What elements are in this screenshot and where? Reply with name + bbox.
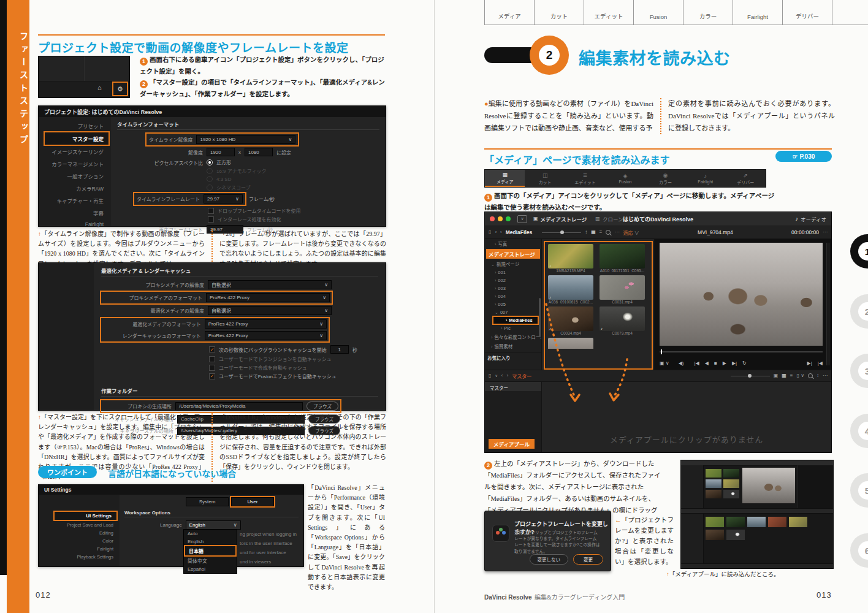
tree-item[interactable]: ›002 xyxy=(485,276,541,284)
sidebar-item[interactable]: Fairlight xyxy=(39,219,111,230)
out-point-icon[interactable]: |◀ xyxy=(818,360,823,366)
sidebar-item[interactable]: Project Save and Load xyxy=(39,521,120,529)
tree-item[interactable]: ›005 xyxy=(485,300,541,308)
menu-item-auto[interactable]: Auto xyxy=(184,530,237,538)
framerate-dropdown[interactable]: 29.97∨ xyxy=(204,194,243,204)
resolution-height-input[interactable]: 1080 xyxy=(245,148,273,156)
tree-item[interactable]: ›003 xyxy=(485,284,541,292)
tree-item[interactable]: ›協賛素材 xyxy=(485,341,541,351)
back-icon[interactable]: ‹ xyxy=(501,373,503,378)
tree-item[interactable]: ⌄007 xyxy=(485,308,541,316)
go-first-icon[interactable]: |◀ xyxy=(694,360,699,366)
pool-zoom-handle[interactable] xyxy=(748,374,752,378)
pagebar-fairlight[interactable]: ♪Fairlight xyxy=(685,170,725,187)
zoom-slider-handle[interactable] xyxy=(560,230,564,234)
optimized-format-dropdown[interactable]: ProRes 422 Proxy∨ xyxy=(205,319,327,329)
pagebar-color[interactable]: ◉カラー xyxy=(645,170,685,187)
dialog-ok-button[interactable]: 変更 xyxy=(573,554,603,565)
speaker-icon[interactable]: ◀) xyxy=(679,360,684,366)
menu-item-japanese[interactable]: 日本語 xyxy=(185,546,235,555)
dropframe-checkbox[interactable] xyxy=(208,208,214,214)
thumbnail-item[interactable]: C0031.mp4 xyxy=(600,275,647,304)
tree-item[interactable]: ›Pic xyxy=(485,324,541,332)
chevron-down-icon[interactable]: ∨ xyxy=(495,374,497,378)
zoom-slider[interactable] xyxy=(542,232,581,233)
back-icon[interactable]: ‹ xyxy=(495,230,497,235)
radio-square[interactable] xyxy=(207,159,213,166)
go-last-icon[interactable]: ▶| xyxy=(732,360,737,366)
sort-icon[interactable]: ↕ xyxy=(817,373,819,378)
tree-item[interactable]: ›004 xyxy=(485,292,541,300)
grid-view-icon[interactable]: ▦ xyxy=(782,373,786,378)
browse-button[interactable]: ブラウズ xyxy=(306,402,338,411)
viewer-options-icon[interactable]: ⋯ xyxy=(823,230,828,235)
cache-seconds-input[interactable]: 1 xyxy=(330,345,349,354)
pagebar-edit[interactable]: ≣エディット xyxy=(565,170,605,187)
rendercache-format-dropdown[interactable]: ProRes 422 Proxy∨ xyxy=(205,331,327,340)
radio-anamorphic[interactable] xyxy=(207,168,213,174)
fit-mode-dropdown[interactable]: 適応 ∨ xyxy=(623,229,639,236)
pagebar-media[interactable]: ▦メディア xyxy=(485,170,525,187)
tree-item[interactable]: ›写真 xyxy=(485,239,541,248)
forward-icon[interactable]: › xyxy=(506,373,508,378)
list-view-icon[interactable]: ≡ xyxy=(600,230,603,235)
forward-icon[interactable]: › xyxy=(500,230,502,235)
tree-item-mediafiles[interactable]: ›MediaFiles xyxy=(493,317,538,324)
in-point-icon[interactable]: ▶| xyxy=(807,360,812,366)
sidebar-item-ui-settings[interactable]: UI Settings xyxy=(55,512,116,520)
resolution-width-input[interactable]: 1920 xyxy=(207,148,235,156)
tab-user[interactable]: User xyxy=(231,497,274,506)
scrub-bar[interactable] xyxy=(660,351,823,352)
interlace-checkbox[interactable] xyxy=(208,216,214,223)
proxy-location-input[interactable]: /Users/taq/Movies/ProxyMedia xyxy=(175,402,303,411)
pagebar-deliver[interactable]: ⇗デリバー xyxy=(726,170,766,187)
sort-icon[interactable]: ↕ xyxy=(585,230,587,235)
search-icon[interactable] xyxy=(606,230,611,235)
transition-cache-checkbox[interactable] xyxy=(209,356,215,362)
background-cache-checkbox[interactable]: ✓ xyxy=(209,346,215,352)
pool-bin-label[interactable]: マスター xyxy=(512,373,531,379)
menu-item-english[interactable]: English xyxy=(184,538,237,546)
tree-item[interactable]: ⌄新規ページ xyxy=(485,259,541,268)
thumbnail-item[interactable]: ♪ C0079.mp4 xyxy=(600,306,647,335)
home-icon[interactable]: ⌂ xyxy=(97,85,102,91)
panel-toggle-icon[interactable]: ▯ xyxy=(489,373,491,378)
dialog-cancel-button[interactable]: 変更しない xyxy=(530,554,569,565)
tree-item[interactable]: ›001 xyxy=(485,268,541,276)
language-dropdown[interactable]: English∨ xyxy=(186,520,241,530)
play-icon[interactable]: ▶ xyxy=(723,360,726,366)
sidebar-item[interactable]: プリセット xyxy=(39,120,111,132)
bin-view-dropdown[interactable]: ▯ ∨ xyxy=(797,373,805,378)
pagebar-cut[interactable]: ◫カット xyxy=(525,170,565,187)
sidebar-item[interactable]: Fairlight xyxy=(39,545,120,553)
sidebar-item[interactable]: 字幕 xyxy=(39,207,111,219)
menu-item-chinese[interactable]: 简体中文 xyxy=(184,556,237,565)
tab-system[interactable]: System xyxy=(186,497,229,506)
playhead[interactable] xyxy=(661,349,662,354)
menu-item-spanish[interactable]: Español xyxy=(184,565,237,573)
search-icon[interactable] xyxy=(808,373,813,378)
grid-view-icon[interactable]: ▦ xyxy=(591,230,596,235)
minimize-icon[interactable] xyxy=(498,216,503,221)
thumbnail-item[interactable]: ♪ C0034.mp4 xyxy=(548,306,596,335)
proxy-resolution-dropdown[interactable]: 自動選択∨ xyxy=(208,280,332,289)
panel-toggle-icon[interactable]: ▯ xyxy=(489,230,491,235)
optimized-resolution-dropdown[interactable]: 自動選択∨ xyxy=(208,306,332,315)
maximize-icon[interactable] xyxy=(506,216,511,221)
radio-43sd[interactable] xyxy=(207,176,213,182)
audio-panel-button[interactable]: オーディオ xyxy=(801,215,826,223)
list-view-icon[interactable]: ≡ xyxy=(790,373,793,378)
clone-tool-button[interactable]: クローンツール xyxy=(603,215,639,223)
viewer-mode-dropdown[interactable]: ▣ ∨ xyxy=(660,360,669,366)
more-options-icon[interactable]: ⋯ xyxy=(614,230,619,235)
sidebar-item[interactable]: イメージスケーリング xyxy=(39,145,111,158)
thumbnail-item[interactable]: ♪ A036_09100615_C002... xyxy=(548,275,596,304)
media-pool-area[interactable]: メディアプールにクリップがありません xyxy=(542,382,831,453)
play-reverse-icon[interactable]: ◀ xyxy=(705,360,709,366)
bin-item-master[interactable]: マスター xyxy=(485,382,541,391)
composite-cache-checkbox[interactable] xyxy=(209,365,215,371)
thumbnail-item[interactable]: ♪ 1MSA2139.MP4 xyxy=(548,244,596,273)
more-options-icon[interactable]: ⋯ xyxy=(823,373,828,378)
filmstrip-view-icon[interactable]: ▣ xyxy=(774,373,779,378)
pagebar-fusion[interactable]: ◈Fusion xyxy=(605,170,645,187)
